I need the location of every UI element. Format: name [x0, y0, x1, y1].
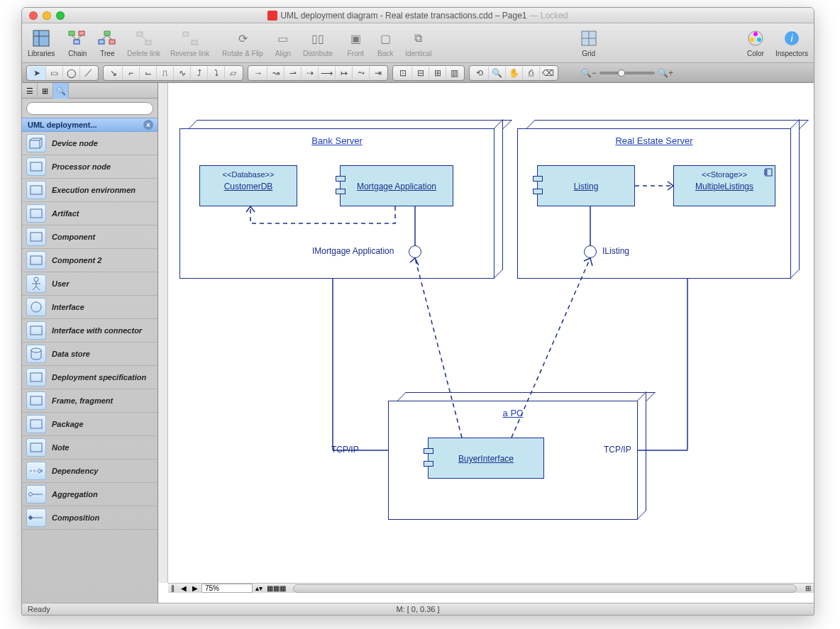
sidebar-tab-2[interactable]: ⊞ [38, 83, 53, 99]
library-item-label: Deployment specification [52, 373, 146, 382]
status-ready: Ready [28, 605, 50, 613]
line-tool[interactable]: ／ [79, 67, 96, 79]
library-item[interactable]: Data store [22, 343, 158, 366]
page-next-button[interactable]: ▶ [190, 584, 200, 592]
inspectors-button[interactable]: iInspectors [775, 28, 808, 57]
arrow-style-2[interactable]: ↝ [267, 67, 284, 79]
zoom-percentage[interactable]: 75% [201, 584, 253, 593]
library-item[interactable]: Device node [22, 132, 158, 155]
rect-tool[interactable]: ▭ [45, 67, 62, 79]
component-mortgage-app[interactable]: Mortgage Application [340, 165, 453, 206]
arrow-style-7[interactable]: ⤳ [352, 67, 369, 79]
arrow-style-8[interactable]: ⇥ [369, 67, 386, 79]
library-item[interactable]: Component [22, 226, 158, 249]
page-prev-button[interactable]: ◀ [179, 584, 189, 592]
diagram-canvas[interactable]: Bank Server <<Database>> CustomerDB Mort… [168, 83, 814, 583]
library-item[interactable]: Aggregation [22, 483, 158, 506]
sidebar-tab-search[interactable]: 🔍 [53, 83, 69, 99]
eraser-tool[interactable]: ⌫ [539, 67, 556, 79]
zoom-stepper[interactable]: ▴▾ [254, 584, 264, 592]
component-customer-db[interactable]: <<Database>> CustomerDB [199, 165, 297, 206]
pointer-tool[interactable]: ➤ [28, 67, 45, 79]
snap-tool-4[interactable]: ▥ [446, 67, 463, 79]
sidebar-tab-1[interactable]: ☰ [22, 83, 38, 99]
library-item-label: Device node [52, 139, 98, 147]
zoom-in-icon[interactable]: 🔍+ [658, 68, 673, 78]
connector-tool-7[interactable]: ⤵ [207, 67, 224, 79]
connector-tool-3[interactable]: ⌙ [139, 67, 156, 79]
minimize-window-button[interactable] [43, 11, 51, 20]
arrow-style-4[interactable]: ⇢ [301, 67, 318, 79]
zoom-out-icon[interactable]: 🔍− [581, 68, 597, 78]
zoom-reset-tool[interactable]: ⟲ [471, 67, 488, 79]
library-item-label: Aggregation [52, 490, 98, 499]
delete-link-icon [134, 28, 154, 48]
canvas-area: Bank Server <<Database>> CustomerDB Mort… [158, 83, 814, 603]
snap-tool-2[interactable]: ⊟ [411, 67, 429, 79]
interface-listing-label: IListing [602, 246, 629, 256]
arrow-style-5[interactable]: ⟶ [318, 67, 335, 79]
library-item[interactable]: Execution environmen [22, 179, 158, 202]
arrow-style-1[interactable]: → [250, 67, 267, 79]
pan-tool[interactable]: ✋ [505, 67, 522, 79]
library-item-label: Component [52, 233, 95, 241]
library-item[interactable]: Interface with connector [22, 319, 158, 343]
library-item-thumb [26, 415, 46, 433]
library-item[interactable]: Interface [22, 296, 158, 319]
chain-button[interactable]: Chain [67, 28, 87, 57]
snap-tool-3[interactable]: ⊞ [429, 67, 446, 79]
document-icon [267, 11, 277, 21]
connector-tool-8[interactable]: ▱ [224, 67, 241, 79]
library-item[interactable]: Processor node [22, 155, 158, 179]
tcpip-left-label: TCP/IP [331, 445, 359, 455]
library-search-input[interactable] [26, 102, 153, 115]
library-item[interactable]: Frame, fragment [22, 389, 158, 413]
snap-tool-1[interactable]: ⊡ [394, 67, 411, 79]
connector-tool-1[interactable]: ↘ [105, 67, 122, 79]
svg-rect-0 [33, 30, 49, 46]
libraries-button[interactable]: Libraries [28, 28, 55, 57]
zoom-slider-track[interactable] [599, 72, 655, 74]
component-multiple-listings[interactable]: <<Storage>> MultipleListings [673, 165, 775, 206]
close-section-button[interactable]: × [143, 120, 153, 130]
library-item[interactable]: Artifact [22, 202, 158, 226]
arrow-style-6[interactable]: ↦ [335, 67, 352, 79]
svg-line-36 [33, 286, 36, 290]
close-window-button[interactable] [29, 11, 38, 20]
color-button[interactable]: Color [746, 28, 766, 57]
svg-rect-41 [31, 373, 42, 382]
library-item[interactable]: Note [22, 436, 158, 460]
ellipse-tool[interactable]: ◯ [62, 67, 79, 79]
connector-tool-6[interactable]: ⤴ [190, 67, 207, 79]
grid-button[interactable]: Grid [579, 28, 599, 57]
zoom-slider[interactable]: 🔍− 🔍+ [581, 68, 673, 78]
tree-button[interactable]: Tree [97, 28, 117, 57]
svg-rect-5 [74, 40, 79, 44]
zoom-window-button[interactable] [56, 11, 65, 20]
library-item[interactable]: Deployment specification [22, 366, 158, 389]
library-item[interactable]: Component 2 [22, 249, 158, 272]
zoom-slider-thumb[interactable] [618, 69, 625, 77]
svg-line-11 [101, 35, 107, 40]
library-item[interactable]: User [22, 272, 158, 296]
zoom-tool[interactable]: 🔍 [488, 67, 505, 79]
library-item[interactable]: Package [22, 413, 158, 436]
horizontal-scrollbar[interactable] [293, 584, 797, 593]
component-listing[interactable]: Listing [537, 165, 635, 206]
arrow-style-3[interactable]: ⇀ [284, 67, 301, 79]
svg-rect-8 [104, 31, 110, 35]
library-item[interactable]: Dependency [22, 460, 158, 483]
sidebar-section-header[interactable]: UML deployment... × [22, 118, 158, 132]
interface-listing[interactable] [584, 245, 597, 258]
print-tool[interactable]: ⎙ [522, 67, 539, 79]
library-item[interactable]: Composition [22, 506, 158, 530]
connector-tool-2[interactable]: ⌐ [122, 67, 139, 79]
library-item-label: Composition [52, 513, 99, 522]
svg-rect-16 [183, 32, 189, 36]
interface-mortgage[interactable] [409, 245, 421, 258]
library-item-label: Processor node [52, 162, 111, 171]
connector-tool-5[interactable]: ∿ [173, 67, 190, 79]
svg-line-6 [72, 35, 77, 40]
component-buyer-interface[interactable]: BuyerInterface [428, 438, 544, 479]
connector-tool-4[interactable]: ⎍ [156, 67, 173, 79]
